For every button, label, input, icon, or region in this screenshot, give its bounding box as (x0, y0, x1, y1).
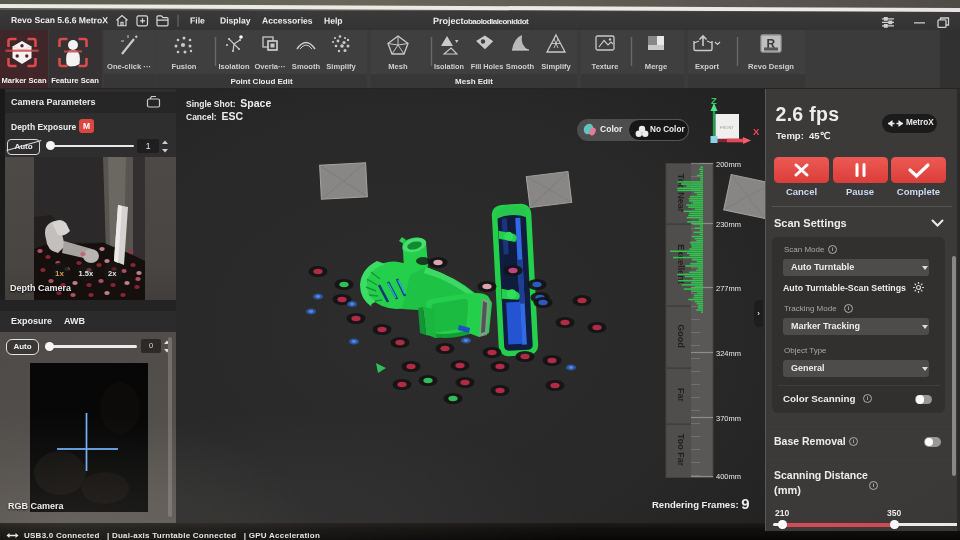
svg-text:277mm: 277mm (716, 284, 741, 293)
svg-text:Excellent: Excellent (676, 244, 686, 284)
svg-text:230mm: 230mm (716, 220, 741, 229)
svg-text:1.5x: 1.5x (79, 269, 94, 278)
svg-text:Far: Far (676, 387, 686, 402)
svg-text:Too Near: Too Near (676, 173, 686, 212)
svg-text:1x: 1x (55, 269, 64, 278)
svg-text:FRONT: FRONT (720, 125, 734, 130)
svg-text:Z: Z (711, 95, 717, 106)
svg-text:400mm: 400mm (716, 472, 741, 481)
svg-text:200mm: 200mm (716, 160, 741, 169)
svg-text:2x: 2x (108, 269, 117, 278)
svg-text:324mm: 324mm (716, 349, 741, 358)
svg-text:Too Far: Too Far (676, 433, 686, 466)
svg-text:370mm: 370mm (716, 414, 741, 423)
svg-text:Good: Good (676, 324, 686, 348)
svg-text:X: X (753, 126, 760, 137)
